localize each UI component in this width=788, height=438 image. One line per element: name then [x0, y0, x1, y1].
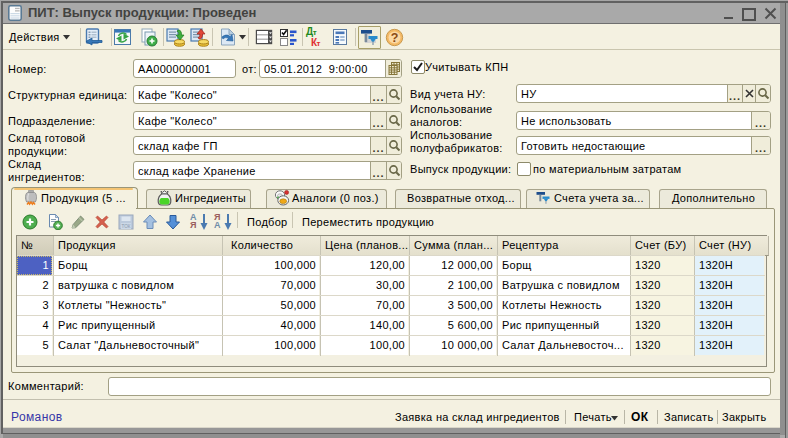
svg-text:?: ?: [391, 31, 399, 45]
svg-text:ТОК: ТОК: [122, 224, 131, 229]
